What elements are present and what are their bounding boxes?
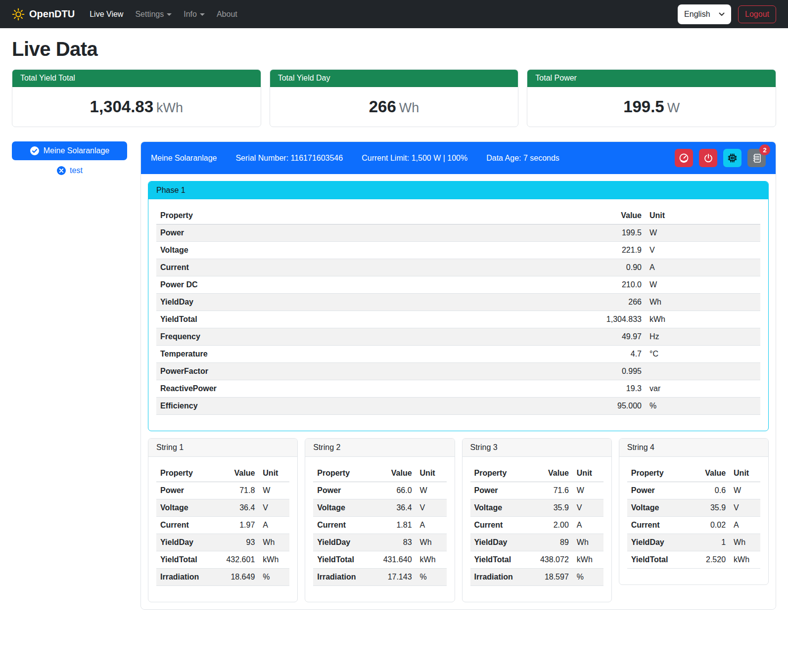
row-property: Current bbox=[313, 517, 371, 534]
sun-icon bbox=[12, 8, 25, 21]
row-property: Current bbox=[470, 517, 529, 534]
sidebar-item-selected-inverter[interactable]: Meine Solaranlage bbox=[12, 141, 127, 160]
string-card-2: String 2 Property Value Unit bbox=[305, 438, 455, 602]
string-card-body: Property Value Unit Power71.8WVoltage36.… bbox=[148, 457, 297, 602]
string-card-body: Property Value Unit Power66.0WVoltage36.… bbox=[305, 457, 454, 602]
table-row: YieldTotal431.640kWh bbox=[313, 551, 446, 569]
row-unit: Wh bbox=[416, 534, 447, 551]
language-select-value: English bbox=[684, 10, 710, 19]
row-value: 0.6 bbox=[686, 482, 730, 499]
limit-settings-button[interactable] bbox=[675, 149, 693, 167]
logout-button[interactable]: Logout bbox=[738, 5, 776, 23]
power-button[interactable] bbox=[699, 149, 717, 167]
row-unit: Hz bbox=[646, 328, 760, 346]
column-header-unit: Unit bbox=[573, 465, 603, 482]
table-row: Power66.0W bbox=[313, 482, 446, 499]
column-header-value: Value bbox=[567, 207, 646, 224]
row-value: 2.520 bbox=[686, 551, 730, 569]
table-row: Frequency49.97Hz bbox=[156, 328, 760, 346]
table-row: Voltage36.4V bbox=[156, 499, 289, 517]
row-property: PowerFactor bbox=[156, 363, 567, 380]
row-unit bbox=[646, 363, 760, 380]
row-property: YieldTotal bbox=[470, 551, 529, 569]
row-property: Temperature bbox=[156, 346, 567, 363]
x-circle-icon bbox=[56, 166, 66, 176]
row-property: Power bbox=[156, 482, 215, 499]
summary-unit: W bbox=[667, 100, 680, 115]
row-property: Power bbox=[470, 482, 529, 499]
event-log-button[interactable]: 2 bbox=[747, 149, 766, 167]
row-unit: A bbox=[730, 517, 760, 534]
row-unit: W bbox=[730, 482, 760, 499]
row-value: 89 bbox=[529, 534, 573, 551]
row-unit: V bbox=[259, 499, 289, 517]
nav-item-live-view[interactable]: Live View bbox=[86, 6, 127, 23]
row-unit: % bbox=[259, 569, 289, 586]
row-property: Irradiation bbox=[313, 569, 371, 586]
row-unit: V bbox=[416, 499, 447, 517]
nav-links: Live View Settings Info About bbox=[86, 6, 241, 23]
string-table: Property Value Unit Power71.8WVoltage36.… bbox=[156, 465, 289, 586]
cpu-icon bbox=[727, 153, 738, 163]
summary-card-yield-day: Total Yield Day 266Wh bbox=[270, 69, 519, 127]
nav-item-info[interactable]: Info bbox=[180, 6, 209, 23]
string-table: Property Value Unit Power66.0WVoltage36.… bbox=[313, 465, 446, 586]
summary-unit: Wh bbox=[399, 100, 419, 115]
row-value: 71.6 bbox=[529, 482, 573, 499]
row-property: Current bbox=[627, 517, 686, 534]
top-navbar: OpenDTU Live View Settings Info About En… bbox=[0, 0, 788, 28]
row-property: Frequency bbox=[156, 328, 567, 346]
column-header-value: Value bbox=[529, 465, 573, 482]
column-header-unit: Unit bbox=[416, 465, 447, 482]
row-property: YieldDay bbox=[156, 294, 567, 311]
table-row: Current0.90A bbox=[156, 259, 760, 276]
table-row: YieldTotal2.520kWh bbox=[627, 551, 760, 569]
device-info-button[interactable] bbox=[723, 149, 742, 167]
table-row: Power199.5W bbox=[156, 224, 760, 242]
phase-table: Property Value Unit Power199.5WVoltage22… bbox=[156, 207, 760, 415]
phase-card-title: Phase 1 bbox=[148, 181, 768, 199]
nav-item-settings[interactable]: Settings bbox=[131, 6, 176, 23]
row-unit: W bbox=[646, 276, 760, 294]
inverter-sidebar: Meine Solaranlage test bbox=[12, 141, 127, 176]
summary-value: 266 bbox=[369, 97, 396, 116]
table-row: ReactivePower19.3var bbox=[156, 380, 760, 398]
row-unit: % bbox=[573, 569, 603, 586]
row-unit: var bbox=[646, 380, 760, 398]
string-card-title: String 2 bbox=[305, 439, 454, 457]
row-value: 1.81 bbox=[372, 517, 416, 534]
table-row: Temperature4.7°C bbox=[156, 346, 760, 363]
row-property: Irradiation bbox=[470, 569, 529, 586]
row-value: 432.601 bbox=[215, 551, 259, 569]
language-select[interactable]: English bbox=[678, 4, 731, 24]
summary-card-yield-total: Total Yield Total 1,304.83kWh bbox=[12, 69, 261, 127]
event-count-badge: 2 bbox=[759, 144, 770, 155]
row-unit: A bbox=[573, 517, 603, 534]
row-value: 19.3 bbox=[567, 380, 646, 398]
row-property: Voltage bbox=[627, 499, 686, 517]
table-header-row: Property Value Unit bbox=[313, 465, 446, 482]
summary-card-title: Total Yield Total bbox=[12, 70, 261, 87]
summary-card-body: 1,304.83kWh bbox=[12, 87, 261, 127]
sidebar-item-test-inverter[interactable]: test bbox=[12, 166, 127, 176]
column-header-unit: Unit bbox=[259, 465, 289, 482]
column-header-value: Value bbox=[215, 465, 259, 482]
brand[interactable]: OpenDTU bbox=[12, 8, 75, 21]
row-property: YieldDay bbox=[627, 534, 686, 551]
nav-item-about[interactable]: About bbox=[213, 6, 241, 23]
row-property: YieldDay bbox=[313, 534, 371, 551]
summary-unit: kWh bbox=[156, 100, 183, 115]
string-card-1: String 1 Property Value Unit bbox=[148, 438, 298, 602]
inverter-name: Meine Solaranlage bbox=[151, 154, 217, 163]
column-header-unit: Unit bbox=[646, 207, 760, 224]
table-row: YieldTotal1,304.833kWh bbox=[156, 311, 760, 328]
string-card-body: Property Value Unit Power71.6WVoltage35.… bbox=[463, 457, 611, 602]
row-unit: kWh bbox=[646, 311, 760, 328]
nav-item-label: Live View bbox=[90, 10, 123, 19]
row-unit: V bbox=[573, 499, 603, 517]
row-unit: kWh bbox=[573, 551, 603, 569]
table-header-row: Property Value Unit bbox=[470, 465, 603, 482]
row-value: 438.072 bbox=[529, 551, 573, 569]
table-row: Voltage35.9V bbox=[627, 499, 760, 517]
column-header-property: Property bbox=[313, 465, 371, 482]
